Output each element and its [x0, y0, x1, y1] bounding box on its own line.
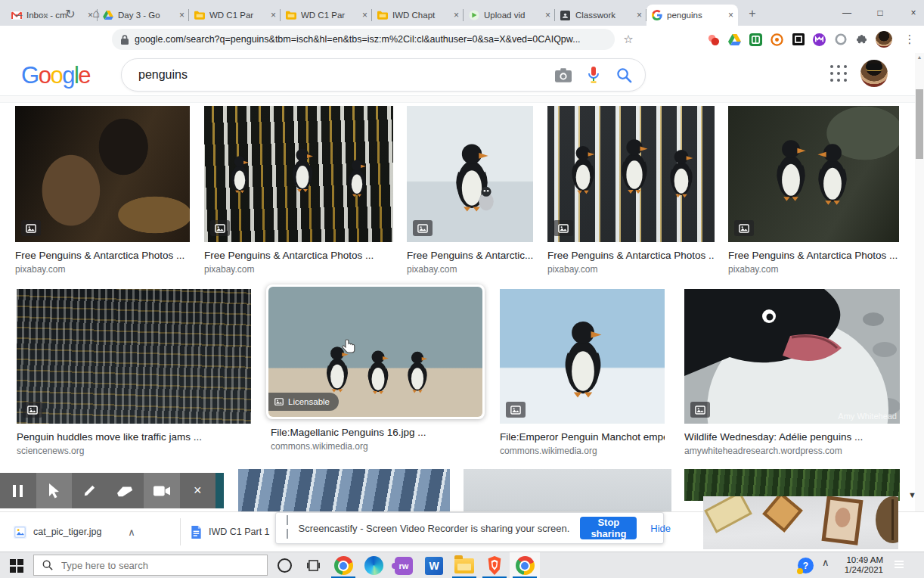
scroll-down-arrow-icon[interactable]: ▼	[908, 490, 916, 499]
result-title[interactable]: Penguin huddles move like traffic jams .…	[17, 431, 251, 443]
search-input[interactable]	[137, 67, 554, 82]
tab-upload-video[interactable]: Upload vid ×	[464, 5, 555, 26]
tab-close-icon[interactable]: ×	[271, 10, 276, 20]
result-thumbnail-partial[interactable]	[464, 469, 671, 511]
extension-orange-icon[interactable]	[770, 33, 784, 47]
pen-tool-button[interactable]	[72, 473, 108, 508]
google-search-bar[interactable]	[121, 58, 646, 92]
cortana-button[interactable]	[269, 552, 299, 578]
tab-wd-c1-1[interactable]: WD C1 Par ×	[189, 5, 281, 26]
tab-close-icon[interactable]: ×	[362, 10, 367, 20]
extension-red-icon[interactable]	[706, 33, 721, 47]
scrollbar-up-arrow[interactable]: ▲	[916, 54, 923, 60]
window-close-button[interactable]: ×	[897, 0, 924, 26]
result-thumbnail-partial[interactable]	[215, 473, 224, 508]
download-item[interactable]: IWD C1 Part 1	[191, 520, 270, 544]
taskbar-file-explorer-button[interactable]	[449, 552, 479, 578]
extension-black-icon[interactable]	[791, 33, 805, 47]
result-domain[interactable]: pixabay.com	[15, 264, 190, 275]
taskbar-search-input[interactable]	[60, 559, 267, 572]
start-button[interactable]	[0, 552, 33, 578]
tab-penguins-active[interactable]: penguins ×	[646, 5, 738, 26]
taskbar-chrome-active-button[interactable]	[510, 552, 540, 578]
result-thumbnail[interactable]: Amy Whitehead	[684, 289, 900, 424]
close-toolbar-button[interactable]: ×	[180, 473, 216, 508]
result-title[interactable]: File:Emperor Penguin Manchot emper...	[500, 431, 665, 443]
result-thumbnail[interactable]	[204, 106, 393, 242]
result-domain[interactable]: pixabay.com	[547, 264, 715, 275]
result-domain[interactable]: commons.wikimedia.org	[271, 441, 485, 452]
extensions-puzzle-icon[interactable]	[854, 33, 869, 47]
scrollbar-thumb[interactable]	[916, 89, 923, 159]
webcam-toggle-button[interactable]	[144, 473, 180, 508]
result-domain[interactable]: pixabay.com	[407, 264, 533, 275]
voice-search-mic-icon[interactable]	[584, 66, 603, 84]
download-item[interactable]: cat_pic_tiger.jpg ∧	[14, 520, 135, 544]
search-by-image-camera-icon[interactable]	[554, 66, 572, 84]
result-title[interactable]: File:Magellanic Penguins 16.jpg ...	[271, 427, 485, 438]
result-thumbnail[interactable]	[15, 106, 190, 242]
taskbar-word-button[interactable]: W	[419, 552, 449, 578]
hide-notification-button[interactable]: Hide	[650, 523, 671, 534]
taskbar-edge-button[interactable]	[358, 552, 389, 578]
download-expand-caret[interactable]: ∧	[128, 527, 135, 538]
result-thumbnail[interactable]	[17, 289, 251, 424]
tab-close-icon[interactable]: ×	[728, 10, 733, 20]
tab-close-icon[interactable]: ×	[454, 10, 459, 20]
minimize-button[interactable]: —	[830, 0, 864, 26]
bookmark-star-icon[interactable]: ☆	[619, 30, 638, 49]
result-domain[interactable]: pixabay.com	[728, 264, 899, 275]
eraser-tool-button[interactable]	[108, 473, 144, 508]
result-title[interactable]: Free Penguins & Antarctica Photos ...	[15, 250, 190, 261]
forward-button[interactable]: →	[35, 4, 54, 23]
tab-close-icon[interactable]: ×	[179, 10, 184, 20]
taskbar-chrome-button[interactable]	[328, 552, 358, 578]
action-center-button[interactable]	[892, 558, 907, 573]
task-view-button[interactable]	[298, 552, 328, 578]
result-thumbnail[interactable]	[407, 106, 533, 242]
webcam-overlay[interactable]	[703, 496, 898, 549]
tray-help-icon[interactable]: ?	[798, 558, 814, 573]
search-magnifier-icon[interactable]	[615, 66, 633, 84]
result-title[interactable]: Wildlife Wednesday: Adélie penguins ...	[684, 431, 900, 443]
tab-close-icon[interactable]: ×	[637, 10, 642, 20]
account-avatar[interactable]	[860, 60, 888, 87]
taskbar-brave-button[interactable]	[479, 552, 510, 578]
maximize-button[interactable]: □	[864, 0, 897, 26]
extension-green-icon[interactable]	[749, 33, 763, 47]
taskbar-readwrite-button[interactable]: rw	[389, 552, 419, 578]
browser-profile-avatar[interactable]	[876, 31, 892, 48]
reload-button[interactable]: ↻	[60, 4, 80, 23]
result-domain[interactable]: sciencenews.org	[17, 446, 251, 456]
result-thumbnail[interactable]	[728, 106, 899, 242]
address-bar[interactable]: google.com/search?q=penguins&tbm=isch&hl…	[112, 29, 615, 50]
tab-iwd-chapter[interactable]: IWD Chapt ×	[372, 5, 464, 26]
result-thumbnail[interactable]: Licensable	[268, 287, 482, 417]
tray-show-hidden-icons-caret[interactable]: ∧	[822, 557, 829, 568]
tab-drive[interactable]: Day 3 - Go ×	[98, 5, 189, 26]
home-button[interactable]: ⌂	[86, 4, 106, 23]
drive-extension-icon[interactable]	[727, 33, 742, 47]
result-title[interactable]: Free Penguins & Antarctica Photos ...	[204, 250, 393, 261]
google-apps-grid-icon[interactable]	[830, 65, 848, 83]
back-button[interactable]: ←	[9, 4, 29, 23]
result-title[interactable]: Free Penguins & Antarctica Photos ...	[728, 250, 899, 261]
taskbar-search-box[interactable]	[33, 555, 268, 576]
cursor-tool-button[interactable]	[36, 473, 73, 508]
stop-sharing-button[interactable]: Stop sharing	[580, 517, 637, 539]
result-domain[interactable]: amywhiteheadresearch.wordpress.com	[684, 446, 900, 456]
pause-recording-button[interactable]	[0, 473, 36, 508]
extension-purple-icon[interactable]	[812, 33, 826, 47]
result-title[interactable]: Free Penguins & Antarctica Photos ...	[547, 250, 715, 261]
tab-classwork[interactable]: Classwork ×	[555, 5, 646, 26]
result-thumbnail-partial[interactable]	[238, 469, 450, 511]
result-title[interactable]: Free Penguins & Antarctic...	[407, 250, 533, 261]
browser-menu-icon[interactable]: ⋮	[900, 30, 919, 49]
extension-gray-icon[interactable]	[833, 33, 848, 47]
result-domain[interactable]: pixabay.com	[204, 264, 393, 275]
new-tab-button[interactable]: +	[743, 4, 762, 23]
tab-wd-c1-2[interactable]: WD C1 Par ×	[281, 5, 372, 26]
result-domain[interactable]: commons.wikimedia.org	[500, 446, 665, 456]
result-thumbnail[interactable]	[547, 106, 715, 242]
result-thumbnail[interactable]	[500, 289, 665, 424]
